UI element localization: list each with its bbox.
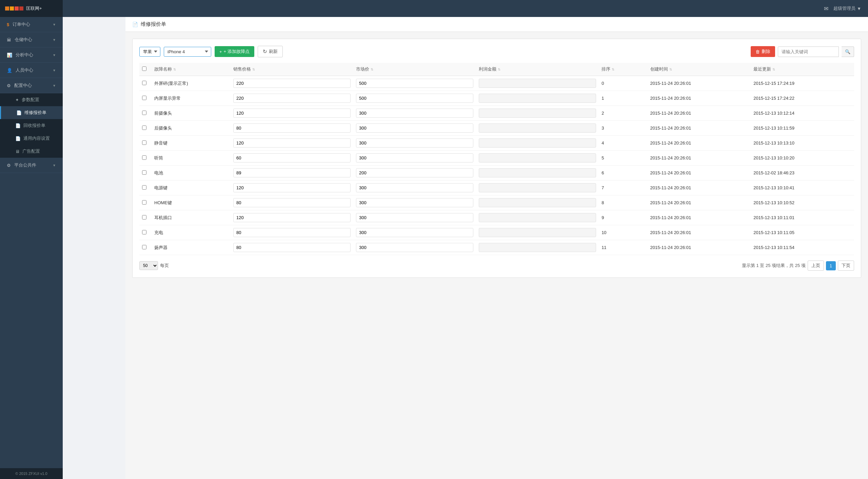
sale-price-input[interactable]	[233, 243, 351, 252]
prev-page-button[interactable]: 上页	[808, 261, 824, 271]
profit-input[interactable]	[479, 228, 596, 237]
sale-price-input[interactable]	[233, 198, 351, 207]
row-checkbox[interactable]	[142, 126, 146, 130]
content-area: 苹果 三星 华为 小米 iPhone 4 iPhone 4S iPhone 5 …	[125, 32, 868, 479]
sort-market-price-icon[interactable]: ⇅	[371, 68, 373, 71]
sort-created-at-icon[interactable]: ⇅	[669, 68, 672, 71]
row-checkbox[interactable]	[142, 200, 146, 205]
market-price-input[interactable]	[356, 183, 473, 192]
sale-price-input[interactable]	[233, 213, 351, 222]
refresh-button[interactable]: ↻ 刷新	[258, 46, 283, 57]
search-button[interactable]: 🔍	[842, 46, 854, 57]
brand-select[interactable]: 苹果 三星 华为 小米	[139, 47, 160, 57]
row-checkbox[interactable]	[142, 96, 146, 100]
search-input[interactable]	[778, 46, 839, 57]
market-price-input[interactable]	[356, 153, 473, 162]
cell-updated-at: 2015-12-13 10:10:52	[751, 195, 854, 210]
sidebar-item-warehouse[interactable]: 🏛 仓储中心 ▼	[0, 32, 63, 47]
sale-price-input[interactable]	[233, 109, 351, 118]
sort-sale-price-icon[interactable]: ⇅	[252, 68, 255, 71]
profit-input[interactable]	[479, 79, 596, 88]
market-price-input[interactable]	[356, 79, 473, 88]
display-icon: 🖥	[15, 149, 20, 154]
market-price-input[interactable]	[356, 243, 473, 252]
market-price-input[interactable]	[356, 198, 473, 207]
delete-button[interactable]: 🗑 删除	[751, 46, 775, 57]
sort-fault-name-icon[interactable]: ⇅	[173, 68, 176, 71]
sidebar-item-params[interactable]: ✦ 参数配置	[0, 93, 63, 106]
th-check	[139, 63, 152, 76]
sale-price-input[interactable]	[233, 79, 351, 88]
profit-input[interactable]	[479, 213, 596, 222]
sale-price-input[interactable]	[233, 138, 351, 148]
sort-updated-at-icon[interactable]: ⇅	[772, 68, 775, 71]
profit-input[interactable]	[479, 168, 596, 177]
row-checkbox[interactable]	[142, 81, 146, 85]
row-checkbox[interactable]	[142, 245, 146, 249]
sidebar-item-platform[interactable]: ⚙ 平台公共件 ▼	[0, 158, 63, 173]
sale-price-input[interactable]	[233, 153, 351, 162]
th-created-at-inner: 创建时间 ⇅	[650, 66, 748, 72]
sale-price-input[interactable]	[233, 94, 351, 103]
profit-input[interactable]	[479, 183, 596, 192]
row-checkbox[interactable]	[142, 230, 146, 234]
cell-market-price	[353, 136, 476, 151]
profit-input[interactable]	[479, 153, 596, 162]
select-all-checkbox[interactable]	[142, 66, 146, 71]
th-created-at: 创建时间 ⇅	[648, 63, 751, 76]
page-1-button[interactable]: 1	[826, 261, 836, 270]
row-checkbox[interactable]	[142, 155, 146, 160]
profit-input[interactable]	[479, 243, 596, 252]
sidebar-item-general-settings[interactable]: 📄 通用内容设置	[0, 132, 63, 145]
cell-check	[139, 195, 152, 210]
topbar-user[interactable]: 超级管理员 ▼	[833, 5, 861, 12]
row-checkbox[interactable]	[142, 185, 146, 190]
market-price-input[interactable]	[356, 138, 473, 148]
add-fault-button[interactable]: + + 添加故障点	[215, 46, 254, 57]
row-checkbox[interactable]	[142, 140, 146, 145]
sidebar-label-repair-price: 维修报价单	[24, 110, 46, 116]
sidebar-item-personnel[interactable]: 👤 人员中心 ▼	[0, 63, 63, 78]
profit-input[interactable]	[479, 138, 596, 148]
page-header: 📄 维修报价单	[125, 17, 868, 32]
sidebar-item-recycle-price[interactable]: 📄 回收报价单	[0, 119, 63, 132]
mail-icon[interactable]: ✉	[824, 5, 828, 12]
sale-price-input[interactable]	[233, 183, 351, 192]
per-page-select[interactable]: 50 20 100	[139, 261, 158, 270]
sale-price-input[interactable]	[233, 123, 351, 133]
profit-input[interactable]	[479, 123, 596, 133]
model-select[interactable]: iPhone 4 iPhone 4S iPhone 5 iPhone 5C iP…	[164, 47, 211, 57]
cell-sort: 7	[599, 180, 647, 195]
profit-input[interactable]	[479, 94, 596, 103]
cell-created-at: 2015-11-24 20:26:01	[648, 76, 751, 91]
row-checkbox[interactable]	[142, 215, 146, 219]
market-price-input[interactable]	[356, 109, 473, 118]
profit-input[interactable]	[479, 198, 596, 207]
sidebar-item-analytics[interactable]: 📊 分析中心 ▼	[0, 47, 63, 63]
market-price-input[interactable]	[356, 228, 473, 237]
th-sort-inner: 排序 ⇅	[601, 66, 645, 72]
sidebar-item-repair-price[interactable]: 📄 维修报价单	[0, 106, 63, 119]
th-sale-price-label: 销售价格	[233, 66, 251, 72]
market-price-input[interactable]	[356, 213, 473, 222]
sidebar-item-ad-config[interactable]: 🖥 广告配置	[0, 145, 63, 158]
toolbar-right: 🗑 删除 🔍	[751, 46, 854, 57]
sidebar-item-config[interactable]: ⚙ 配置中心 ▼	[0, 78, 63, 93]
user-icon: 👤	[7, 68, 12, 73]
cell-updated-at: 2015-12-13 10:11:01	[751, 210, 854, 225]
gear-icon: ⚙	[7, 83, 11, 88]
profit-input[interactable]	[479, 109, 596, 118]
row-checkbox[interactable]	[142, 170, 146, 175]
next-page-button[interactable]: 下页	[838, 261, 854, 271]
sort-profit-icon[interactable]: ⇅	[498, 68, 500, 71]
market-price-input[interactable]	[356, 168, 473, 177]
sale-price-input[interactable]	[233, 168, 351, 177]
market-price-input[interactable]	[356, 94, 473, 103]
pagination-info: 显示第 1 至 25 项结果，共 25 项	[742, 263, 806, 269]
sort-sort-icon[interactable]: ⇅	[612, 68, 614, 71]
row-checkbox[interactable]	[142, 111, 146, 115]
sidebar-item-order[interactable]: $ 订单中心 ▼	[0, 17, 63, 32]
sale-price-input[interactable]	[233, 228, 351, 237]
sidebar-item-inner-order: $ 订单中心	[7, 21, 30, 27]
market-price-input[interactable]	[356, 123, 473, 133]
